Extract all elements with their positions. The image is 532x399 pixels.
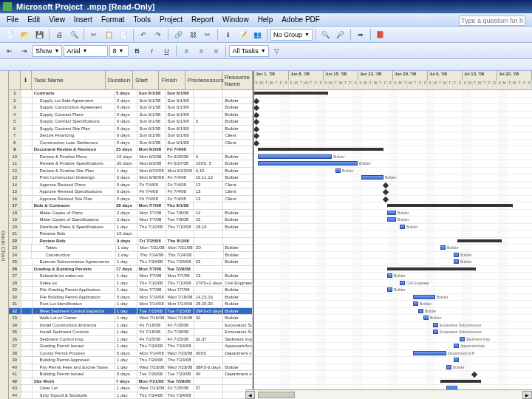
gantt-row[interactable] — [254, 98, 532, 105]
gantt-row[interactable]: Builder — [254, 216, 532, 224]
table-row[interactable]: 21Receive Bids10 days — [9, 231, 253, 238]
summary-bar[interactable] — [254, 92, 328, 95]
gantt-row[interactable]: Sediment Insp — [254, 336, 532, 344]
menu-adobe-pdf[interactable]: Adobe PDF — [278, 14, 324, 25]
table-row[interactable]: 7Secure Financing0 daysSun 6/1/08Sun 6/1… — [9, 132, 253, 140]
table-row[interactable]: 15Approve Revised Specifications0 daysFr… — [9, 188, 253, 196]
note-button[interactable]: 📝 — [236, 28, 249, 41]
scroll-track[interactable] — [255, 391, 522, 399]
new-button[interactable]: 📄 — [3, 28, 16, 41]
gantt-row[interactable]: Excavation Subcontractor — [254, 329, 532, 336]
table-row[interactable]: 26Grading & Building Permits17 daysMon 7… — [9, 266, 253, 273]
table-row[interactable]: 5Supply Contract Specifications0 daysSun… — [9, 118, 253, 126]
gantt-row[interactable] — [254, 182, 532, 189]
gantt-row[interactable] — [254, 196, 532, 203]
scroll-left-button[interactable]: ◀ — [245, 391, 255, 399]
table-row[interactable]: 43Clear Lot1 daysWed 7/23/08Fri 7/25/083… — [9, 385, 253, 392]
gantt-row[interactable] — [254, 378, 532, 386]
table-row[interactable]: 37Grading Permit Issued1 dayThu 7/24/08T… — [9, 343, 253, 350]
gantt-row[interactable]: Builder — [254, 308, 532, 316]
table-row[interactable]: 18Make Copies of Plans2 daysMon 7/7/08Tu… — [9, 210, 253, 217]
task-bar[interactable] — [454, 358, 459, 362]
table-row[interactable]: 9Document Review & Revision25 daysMon 6/… — [9, 146, 253, 154]
gantt-row[interactable]: Builder — [254, 160, 532, 168]
table-row[interactable]: 1Contracts5 daysSun 6/1/08Sun 6/1/08 — [9, 90, 253, 98]
timeline-week[interactable]: Jul 6, '08 — [428, 71, 463, 81]
table-body[interactable]: 1Contracts5 daysSun 6/1/08Sun 6/1/082Sup… — [9, 90, 253, 399]
summary-bar[interactable] — [457, 239, 502, 242]
gantt-row[interactable] — [254, 146, 532, 154]
table-row[interactable]: 10Review & Finalize Plans15 daysMon 6/2/… — [9, 154, 253, 161]
outdent-button[interactable]: ⇤ — [3, 44, 16, 58]
summary-bar[interactable] — [258, 148, 383, 151]
task-bar[interactable]: Excavation Subcontractor — [433, 330, 438, 334]
task-bar[interactable]: Builder — [387, 273, 392, 278]
unlink-button[interactable]: ⛓ — [186, 28, 200, 41]
gantt-row[interactable]: Builder — [254, 364, 532, 372]
task-bar[interactable]: Department of P — [413, 351, 446, 355]
table-row[interactable]: 31Post Lot Identification1 dayMon 7/14/0… — [9, 301, 253, 308]
indent-button[interactable]: ⇥ — [18, 44, 31, 58]
table-row[interactable]: 4Supply Contract Plans0 daysSun 6/1/08Su… — [9, 112, 253, 119]
gantt-row[interactable] — [254, 371, 532, 378]
font-combo[interactable]: Arial▼ — [64, 45, 108, 57]
summary-bar[interactable] — [387, 204, 513, 207]
view-bar[interactable]: Gantt Chart — [0, 71, 9, 399]
menu-file[interactable]: File — [3, 14, 22, 25]
task-bar[interactable]: Builder — [258, 161, 358, 166]
menu-window[interactable]: Window — [219, 14, 253, 25]
table-row[interactable]: 27Schedule lot stake-out1 dayMon 7/7/08M… — [9, 273, 253, 280]
gantt-row[interactable]: Excavation Subcontractor — [254, 322, 532, 330]
align-center-button[interactable]: ≡ — [194, 44, 208, 58]
timeline-week[interactable]: Jun 15, '08 — [324, 71, 358, 81]
table-row[interactable]: 17Bids & Contracts28 daysMon 7/7/08Thu 8… — [9, 202, 253, 210]
task-bar[interactable]: Sediment Insp — [460, 337, 465, 341]
gantt-row[interactable]: Builder — [254, 315, 532, 322]
timeline-week[interactable]: Jun 1, '08 — [254, 71, 289, 81]
header-resource[interactable]: Resource Name — [222, 71, 253, 89]
timeline-week[interactable]: Jun 29, '08 — [393, 71, 428, 81]
underline-button[interactable]: U — [160, 44, 173, 58]
menu-view[interactable]: View — [45, 14, 69, 25]
header-start[interactable]: Start — [133, 71, 159, 89]
table-row[interactable]: 41Building Permit Issued0 daysTue 7/29/0… — [9, 371, 253, 378]
task-bar[interactable]: Builder — [387, 217, 396, 222]
align-right-button[interactable]: ≡ — [209, 44, 222, 58]
horizontal-scrollbar[interactable]: ◀ ▶ — [245, 389, 532, 399]
menu-tools[interactable]: Tools — [130, 14, 154, 25]
align-left-button[interactable]: ≡ — [180, 44, 193, 58]
menu-project[interactable]: Project — [156, 14, 186, 25]
milestone[interactable] — [254, 126, 259, 132]
gantt-row[interactable] — [254, 238, 532, 245]
menu-format[interactable]: Format — [98, 14, 129, 25]
task-bar[interactable]: Builder — [400, 225, 405, 229]
gantt-row[interactable]: Approvals/Insp — [254, 343, 532, 350]
table-row[interactable]: 13Print Construction Drawings5 daysMon 6… — [9, 174, 253, 182]
menu-edit[interactable]: Edit — [24, 14, 44, 25]
header-indicators[interactable]: ℹ — [21, 71, 32, 89]
task-bar[interactable]: Builder — [413, 301, 418, 306]
task-bar[interactable]: Builder — [423, 316, 429, 320]
task-bar[interactable]: Builder — [440, 245, 446, 250]
timeline-week[interactable]: Jun 8, '08 — [289, 71, 324, 81]
gantt-row[interactable]: Builder — [254, 301, 532, 308]
gantt-row[interactable] — [254, 132, 532, 140]
task-bar[interactable]: Builder — [413, 295, 435, 299]
summary-bar[interactable] — [440, 380, 481, 383]
show-combo[interactable]: Show▼ — [33, 45, 62, 57]
gantt-body[interactable]: BuilderBuilderBuilderBuilderBuilderBuild… — [254, 90, 532, 399]
italic-button[interactable]: I — [145, 44, 158, 58]
gantt-row[interactable]: Builder — [254, 287, 532, 294]
cut-button[interactable]: ✂ — [87, 28, 100, 41]
gantt-row[interactable]: Builder — [254, 294, 532, 301]
milestone[interactable] — [254, 140, 259, 146]
print-preview-button[interactable]: 🔍 — [67, 28, 81, 41]
open-button[interactable]: 📂 — [18, 28, 31, 41]
help-question-input[interactable] — [459, 16, 525, 26]
paste-button[interactable]: 📄 — [117, 28, 130, 41]
header-task-name[interactable]: Task Name — [32, 71, 106, 89]
print-button[interactable]: 🖨 — [52, 28, 66, 41]
menu-insert[interactable]: Insert — [70, 14, 96, 25]
table-row[interactable]: 25Execute Subcontractor Agreements1 dayT… — [9, 259, 253, 266]
table-row[interactable]: 14Approve Revised Plans0 daysFri 7/4/08F… — [9, 182, 253, 189]
